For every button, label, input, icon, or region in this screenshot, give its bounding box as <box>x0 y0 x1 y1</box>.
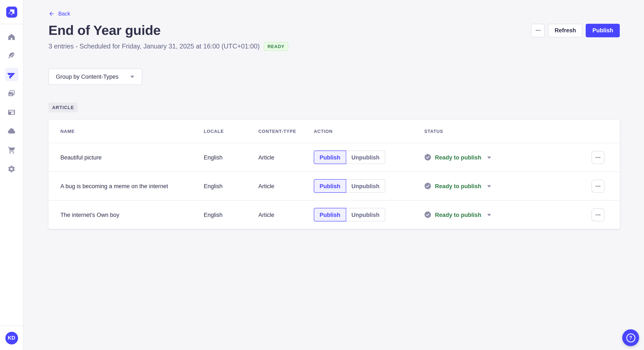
entry-name: The internet's Own boy <box>60 211 204 218</box>
entry-content-type: Article <box>258 211 314 218</box>
avatar[interactable]: KD <box>5 332 18 344</box>
row-unpublish-toggle[interactable]: Unpublish <box>346 179 385 193</box>
chevron-down-icon <box>130 74 134 79</box>
sidebar-item-marketplace[interactable] <box>5 143 18 157</box>
entry-action-cell: Publish Unpublish <box>314 179 424 193</box>
entry-status-label: Ready to publish <box>435 154 481 161</box>
paper-plane-icon <box>8 70 16 79</box>
more-icon <box>595 183 602 189</box>
entry-content-type: Article <box>258 154 314 161</box>
entry-status-cell: Ready to publish <box>424 182 592 189</box>
column-header-name: NAME <box>60 129 204 134</box>
feather-icon <box>8 51 16 60</box>
entry-status-label: Ready to publish <box>435 211 481 218</box>
publish-toggle-group: Publish Unpublish <box>314 208 385 222</box>
table-row: The internet's Own boy English Article P… <box>48 200 620 229</box>
title-row: End of Year guide Refresh Publish <box>48 22 620 38</box>
status-chevron-icon[interactable] <box>486 212 492 217</box>
column-header-locale: LOCALE <box>204 129 258 134</box>
row-menu-button[interactable] <box>592 179 604 193</box>
group-by-label: Group by Content-Types <box>56 73 118 80</box>
gear-icon <box>8 165 16 173</box>
sidebar-item-settings[interactable] <box>5 162 18 176</box>
entry-locale: English <box>204 154 258 161</box>
release-meta-row: 3 entries - Scheduled for Friday, Januar… <box>48 42 620 51</box>
cloud-icon <box>8 127 16 135</box>
main-content: Back End of Year guide Refresh Publish 3… <box>24 0 644 350</box>
row-unpublish-toggle[interactable]: Unpublish <box>346 151 385 164</box>
table-row: Beautiful picture English Article Publis… <box>48 143 620 172</box>
table-body: Beautiful picture English Article Publis… <box>48 143 620 229</box>
layout-icon <box>8 108 16 116</box>
table-header: NAME LOCALE CONTENT-TYPE ACTION STATUS <box>48 120 620 143</box>
entry-content-type: Article <box>258 183 314 189</box>
entry-action-cell: Publish Unpublish <box>314 208 424 222</box>
entry-menu-cell <box>592 179 605 193</box>
publish-release-button[interactable]: Publish <box>586 24 620 37</box>
back-link[interactable]: Back <box>48 11 70 17</box>
avatar-section: KD <box>0 325 23 350</box>
row-publish-toggle[interactable]: Publish <box>314 179 346 193</box>
entries-table: NAME LOCALE CONTENT-TYPE ACTION STATUS B… <box>48 120 620 229</box>
sidebar-item-media-library[interactable] <box>5 87 18 100</box>
toolbar: Group by Content-Types <box>48 68 620 85</box>
group-by-select[interactable]: Group by Content-Types <box>48 68 142 85</box>
status-chevron-icon[interactable] <box>486 155 492 160</box>
more-icon <box>535 27 541 34</box>
app: KD Back End of Year guide Refresh Publis… <box>0 0 644 350</box>
row-publish-toggle[interactable]: Publish <box>314 208 346 222</box>
check-circle-icon <box>424 211 431 218</box>
home-icon <box>8 32 16 41</box>
entry-locale: English <box>204 211 258 218</box>
row-unpublish-toggle[interactable]: Unpublish <box>346 208 385 222</box>
sidebar-item-releases[interactable] <box>5 68 18 81</box>
help-button[interactable]: ? <box>622 329 639 346</box>
column-header-action: ACTION <box>314 129 424 134</box>
row-menu-button[interactable] <box>592 208 604 221</box>
more-icon <box>595 154 602 161</box>
release-more-button[interactable] <box>531 24 545 37</box>
sidebar-item-content-manager[interactable] <box>5 49 18 62</box>
publish-toggle-group: Publish Unpublish <box>314 151 385 164</box>
more-icon <box>595 211 602 218</box>
entry-locale: English <box>204 183 258 189</box>
cart-icon <box>8 146 16 154</box>
back-arrow-icon <box>48 11 55 17</box>
header-actions: Refresh Publish <box>531 24 620 37</box>
sidebar-item-home[interactable] <box>5 30 18 44</box>
column-header-status: STATUS <box>424 129 592 134</box>
strapi-logo-icon <box>6 6 17 17</box>
entry-status-label: Ready to publish <box>435 183 481 189</box>
status-badge: READY <box>264 42 288 51</box>
row-menu-button[interactable] <box>592 151 604 164</box>
entry-menu-cell <box>592 151 605 164</box>
release-meta: 3 entries - Scheduled for Friday, Januar… <box>48 43 260 50</box>
column-header-content-type: CONTENT-TYPE <box>258 129 314 134</box>
entry-status-cell: Ready to publish <box>424 211 592 218</box>
table-row: A bug is becoming a meme on the internet… <box>48 172 620 200</box>
content-type-group-tag: ARTICLE <box>48 103 78 112</box>
row-publish-toggle[interactable]: Publish <box>314 151 346 164</box>
workspace-logo[interactable] <box>0 0 23 24</box>
check-circle-icon <box>424 154 431 161</box>
refresh-button[interactable]: Refresh <box>548 24 582 37</box>
entry-menu-cell <box>592 208 605 221</box>
sidebar-item-content-type-builder[interactable] <box>5 105 18 119</box>
entry-name: Beautiful picture <box>60 154 204 161</box>
sidebar: KD <box>0 0 24 350</box>
pictures-icon <box>8 89 16 97</box>
sidebar-item-cloud[interactable] <box>5 124 18 138</box>
entry-name: A bug is becoming a meme on the internet <box>60 183 204 189</box>
entry-status-cell: Ready to publish <box>424 154 592 161</box>
publish-toggle-group: Publish Unpublish <box>314 179 385 193</box>
status-chevron-icon[interactable] <box>486 183 492 188</box>
question-mark-icon: ? <box>626 333 635 342</box>
back-label: Back <box>58 11 70 17</box>
check-circle-icon <box>424 182 431 189</box>
page-title: End of Year guide <box>48 22 161 38</box>
sidebar-nav <box>0 24 23 326</box>
entry-action-cell: Publish Unpublish <box>314 151 424 164</box>
